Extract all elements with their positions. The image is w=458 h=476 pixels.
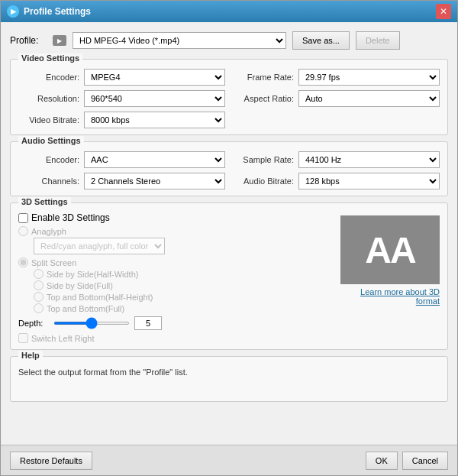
profile-type-icon: ▶ [53, 35, 66, 46]
channels-row: Channels: 2 Channels Stereo [18, 173, 225, 189]
video-bitrate-label: Video Bitrate: [18, 115, 79, 125]
footer-right: OK Cancel [366, 452, 448, 470]
audio-encoder-label: Encoder: [18, 155, 79, 164]
top-full-radio[interactable] [34, 303, 44, 313]
enable-3d-label: Enable 3D Settings [31, 212, 110, 223]
cancel-button[interactable]: Cancel [402, 452, 448, 470]
audio-left-col: Encoder: AAC Channels: 2 Channels Stereo [18, 151, 225, 189]
video-settings-grid: Encoder: MPEG4 Resolution: 960*540 Video… [18, 69, 440, 128]
frame-rate-row: Frame Rate: 29.97 fps [233, 69, 440, 86]
side-half-row: Side by Side(Half-Width) [18, 269, 333, 279]
top-full-label: Top and Bottom(Full) [47, 304, 124, 313]
profile-row: Profile: ▶ HD MPEG-4 Video (*.mp4) Save … [10, 28, 448, 53]
save-as-button[interactable]: Save as... [292, 31, 350, 50]
audio-right-col: Sample Rate: 44100 Hz Audio Bitrate: 128… [233, 151, 440, 189]
side-half-radio[interactable] [34, 269, 44, 279]
aa-preview: AA [340, 215, 440, 284]
depth-slider[interactable] [53, 322, 130, 325]
settings-3d-body: Enable 3D Settings Anaglyph Red/cyan ana… [18, 212, 440, 343]
encoder-select[interactable]: MPEG4 [84, 69, 225, 86]
side-half-label: Side by Side(Half-Width) [47, 270, 138, 279]
title-bar: ▶ Profile Settings ✕ [1, 1, 457, 22]
top-half-radio[interactable] [34, 292, 44, 302]
audio-settings-grid: Encoder: AAC Channels: 2 Channels Stereo [18, 151, 440, 189]
profile-select[interactable]: HD MPEG-4 Video (*.mp4) [73, 32, 286, 49]
anaglyph-label: Anaglyph [31, 227, 66, 236]
encoder-row: Encoder: MPEG4 [18, 69, 225, 86]
top-half-label: Top and Bottom(Half-Height) [47, 293, 153, 302]
video-bitrate-select[interactable]: 8000 kbps [84, 112, 225, 128]
audio-settings-title: Audio Settings [18, 136, 84, 145]
enable-3d-row: Enable 3D Settings [18, 212, 333, 223]
anaglyph-select-row: Red/cyan anaglyph, full color [18, 238, 333, 254]
video-left-col: Encoder: MPEG4 Resolution: 960*540 Video… [18, 69, 225, 128]
settings-3d-title: 3D Settings [18, 197, 71, 206]
video-bitrate-row: Video Bitrate: 8000 kbps [18, 112, 225, 128]
learn-more-link[interactable]: Learn more about 3D format [340, 287, 440, 306]
resolution-label: Resolution: [18, 94, 79, 103]
side-full-row: Side by Side(Full) [18, 280, 333, 290]
aspect-ratio-select[interactable]: Auto [298, 90, 440, 107]
app-icon: ▶ [7, 5, 19, 18]
profile-label: Profile: [10, 35, 47, 46]
channels-select[interactable]: 2 Channels Stereo [84, 173, 225, 189]
sample-rate-label: Sample Rate: [233, 155, 294, 164]
anaglyph-radio[interactable] [18, 226, 28, 236]
video-settings-section: Video Settings Encoder: MPEG4 Resolution… [10, 59, 448, 135]
frame-rate-label: Frame Rate: [233, 73, 294, 82]
resolution-row: Resolution: 960*540 [18, 90, 225, 107]
top-full-row: Top and Bottom(Full) [18, 303, 333, 313]
sample-rate-select[interactable]: 44100 Hz [298, 151, 440, 168]
audio-bitrate-row: Audio Bitrate: 128 kbps [233, 173, 440, 189]
settings-3d-section: 3D Settings Enable 3D Settings Anaglyph … [10, 202, 448, 350]
enable-3d-checkbox[interactable] [18, 213, 28, 223]
settings-3d-left: Enable 3D Settings Anaglyph Red/cyan ana… [18, 212, 333, 343]
encoder-label: Encoder: [18, 73, 79, 82]
aspect-ratio-label: Aspect Ratio: [233, 94, 294, 103]
depth-row: Depth: [18, 316, 333, 330]
audio-bitrate-label: Audio Bitrate: [233, 176, 294, 186]
switch-lr-checkbox[interactable] [18, 333, 28, 343]
profile-settings-dialog: ▶ Profile Settings ✕ Profile: ▶ HD MPEG-… [0, 0, 458, 476]
help-section: Help Select the output format from the "… [10, 356, 448, 402]
switch-lr-row: Switch Left Right [18, 333, 333, 343]
title-bar-left: ▶ Profile Settings [7, 5, 91, 18]
ok-button[interactable]: OK [366, 452, 398, 470]
restore-defaults-button[interactable]: Restore Defaults [10, 452, 92, 470]
dialog-title: Profile Settings [24, 6, 91, 17]
delete-button[interactable]: Delete [356, 31, 400, 50]
side-full-label: Side by Side(Full) [47, 281, 113, 290]
footer: Restore Defaults OK Cancel [1, 445, 457, 475]
depth-label: Depth: [18, 319, 49, 328]
switch-lr-label: Switch Left Right [31, 334, 95, 343]
split-screen-row: Split Screen [18, 257, 333, 267]
dialog-content: Profile: ▶ HD MPEG-4 Video (*.mp4) Save … [1, 22, 457, 445]
audio-bitrate-select[interactable]: 128 kbps [298, 173, 440, 189]
side-full-radio[interactable] [34, 280, 44, 290]
split-screen-label: Split Screen [31, 258, 76, 267]
help-title: Help [18, 351, 43, 360]
close-button[interactable]: ✕ [436, 4, 451, 19]
audio-settings-section: Audio Settings Encoder: AAC Channels: 2 … [10, 141, 448, 196]
top-half-row: Top and Bottom(Half-Height) [18, 292, 333, 302]
split-screen-radio[interactable] [18, 257, 28, 267]
anaglyph-type-select[interactable]: Red/cyan anaglyph, full color [34, 238, 165, 254]
video-right-col: Frame Rate: 29.97 fps Aspect Ratio: Auto [233, 69, 440, 128]
aa-preview-text: AA [365, 229, 414, 271]
audio-encoder-select[interactable]: AAC [84, 151, 225, 168]
sample-rate-row: Sample Rate: 44100 Hz [233, 151, 440, 168]
aspect-ratio-row: Aspect Ratio: Auto [233, 90, 440, 107]
channels-label: Channels: [18, 176, 79, 186]
depth-input[interactable] [134, 316, 162, 330]
audio-encoder-row: Encoder: AAC [18, 151, 225, 168]
anaglyph-row: Anaglyph [18, 226, 333, 236]
video-settings-title: Video Settings [18, 53, 82, 63]
help-text: Select the output format from the "Profi… [18, 368, 440, 377]
frame-rate-select[interactable]: 29.97 fps [298, 69, 440, 86]
settings-3d-right: AA Learn more about 3D format [340, 212, 440, 343]
resolution-select[interactable]: 960*540 [84, 90, 225, 107]
